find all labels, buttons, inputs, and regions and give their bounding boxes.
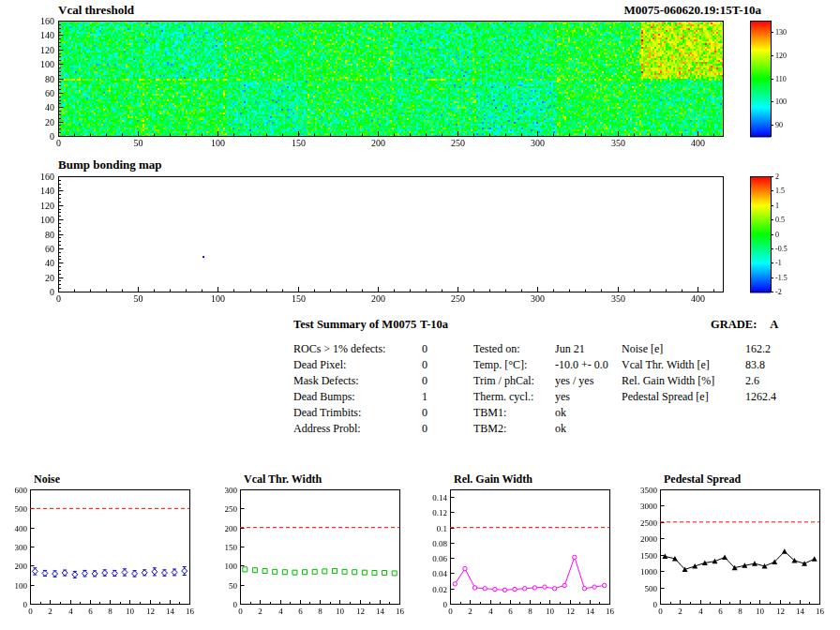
condition-label: TBM2: [473, 422, 506, 436]
result-value: 2.6 [745, 374, 759, 388]
result-value: 162.2 [745, 342, 771, 356]
condition-label: Tested on: [473, 342, 519, 356]
defect-label: Dead Pixel: [293, 358, 346, 372]
defect-value: 0 [422, 406, 428, 420]
defect-label: Address Probl: [293, 422, 361, 436]
result-label: Rel. Gain Width [%] [622, 374, 714, 388]
grade: GRADE:A [711, 318, 778, 332]
vcal-thr-width-per-roc-plot [210, 471, 420, 630]
result-label: Pedestal Spread [e] [622, 390, 709, 404]
defect-value: 0 [422, 422, 428, 436]
condition-value: Jun 21 [555, 342, 585, 356]
result-label: Noise [e] [622, 342, 663, 356]
condition-label: Temp. [°C]: [473, 358, 527, 372]
defect-value: 1 [422, 390, 428, 404]
summary-subtitle: T-10a [420, 318, 448, 332]
defect-label: Dead Trimbits: [293, 406, 361, 420]
result-value: 83.8 [745, 358, 765, 372]
condition-value: yes [555, 390, 570, 404]
condition-value: ok [555, 406, 566, 420]
defect-label: Mask Defects: [293, 374, 359, 388]
summary-title: Test Summary of M0075 [293, 318, 416, 332]
grade-label: GRADE: [711, 318, 757, 331]
condition-value: -10.0 +- 0.0 [555, 358, 608, 372]
defect-value: 0 [422, 342, 428, 356]
defect-label: ROCs > 1% defects: [293, 342, 385, 356]
grade-value: A [757, 318, 778, 331]
condition-label: TBM1: [473, 406, 506, 420]
condition-value: yes / yes [555, 374, 593, 388]
condition-label: Trim / phCal: [473, 374, 534, 388]
condition-label: Therm. cycl.: [473, 390, 533, 404]
result-value: 1262.4 [745, 390, 776, 404]
vcal-threshold-heatmap [0, 15, 840, 158]
defect-value: 0 [422, 358, 428, 372]
condition-value: ok [555, 422, 566, 436]
result-label: Vcal Thr. Width [e] [622, 358, 710, 372]
rel-gain-width-per-roc-plot [420, 471, 630, 630]
module-test-report-page: Vcal threshold M0075-060620.19:15T-10a B… [0, 0, 840, 630]
defect-value: 0 [422, 374, 428, 388]
noise-per-roc-plot [0, 471, 210, 630]
defect-label: Dead Bumps: [293, 390, 355, 404]
bump-bonding-heatmap [0, 171, 840, 313]
pedestal-spread-per-roc-plot [630, 471, 840, 630]
